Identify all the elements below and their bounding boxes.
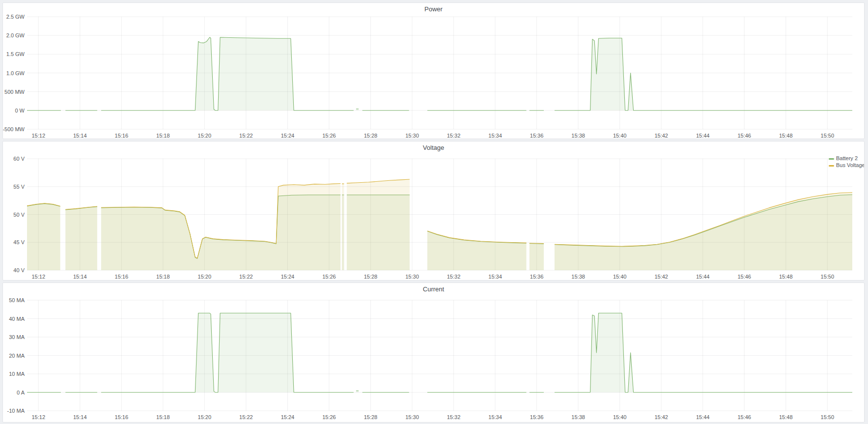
legend-label: Battery 2 (836, 155, 858, 161)
x-tick-label: 15:44 (696, 274, 710, 280)
y-tick-label: 10 MA (9, 371, 25, 377)
y-tick-label: 2.0 GW (6, 32, 25, 38)
x-tick-label: 15:26 (322, 274, 336, 280)
x-tick-label: 15:44 (696, 133, 710, 139)
x-tick-label: 15:20 (198, 414, 212, 420)
series-bus-voltage-area (27, 179, 852, 270)
series-power-line (27, 37, 852, 111)
x-tick-label: 15:28 (364, 414, 378, 420)
x-tick-label: 15:46 (737, 274, 751, 280)
x-tick-label: 15:34 (488, 274, 502, 280)
x-tick-label: 15:46 (737, 133, 751, 139)
x-tick-label: 15:42 (654, 274, 668, 280)
x-tick-label: 15:20 (198, 133, 212, 139)
y-tick-label: 2.5 GW (6, 14, 25, 20)
x-tick-label: 15:16 (115, 274, 129, 280)
x-tick-label: 15:24 (281, 133, 295, 139)
y-tick-label: -10 MA (7, 408, 25, 414)
series-current-line (27, 313, 852, 392)
x-tick-label: 15:22 (239, 274, 253, 280)
x-tick-label: 15:38 (571, 133, 585, 139)
x-tick-label: 15:12 (31, 414, 45, 420)
x-tick-label: 15:26 (322, 414, 336, 420)
y-tick-label: 45 V (13, 239, 25, 245)
x-tick-label: 15:24 (281, 414, 295, 420)
voltage-chart: 60 V55 V50 V45 V40 V15:1215:1415:1615:18… (3, 141, 864, 280)
grafana-dashboard: { "panels": { "power_title": "Power", "v… (0, 0, 868, 424)
legend-swatch (829, 158, 834, 160)
x-tick-label: 15:22 (239, 133, 253, 139)
y-tick-label: 1.0 GW (6, 70, 25, 76)
x-tick-label: 15:14 (73, 414, 87, 420)
x-tick-label: 15:38 (571, 274, 585, 280)
y-tick-label: -500 MW (3, 126, 25, 132)
x-tick-label: 15:48 (779, 414, 793, 420)
x-tick-label: 15:34 (488, 133, 502, 139)
x-tick-label: 15:50 (821, 414, 835, 420)
current-chart: 50 MA40 MA30 MA20 MA10 MA0 A-10 MA15:121… (3, 283, 864, 422)
y-tick-label: 30 MA (9, 334, 25, 340)
legend-item-bus-voltage[interactable]: Bus Voltage (829, 162, 864, 168)
x-tick-label: 15:14 (73, 133, 87, 139)
x-tick-label: 15:30 (405, 414, 419, 420)
legend-label: Bus Voltage (836, 162, 864, 168)
x-tick-label: 15:16 (115, 133, 129, 139)
y-tick-label: 40 V (13, 267, 25, 273)
series-power-area (27, 37, 852, 111)
x-tick-label: 15:22 (239, 414, 253, 420)
y-tick-label: 55 V (13, 184, 25, 190)
y-tick-label: 50 MA (9, 297, 25, 303)
x-tick-label: 15:44 (696, 414, 710, 420)
y-tick-label: 60 V (13, 156, 25, 162)
x-tick-label: 15:28 (364, 274, 378, 280)
x-tick-label: 15:40 (613, 414, 627, 420)
x-tick-label: 15:42 (654, 414, 668, 420)
y-tick-label: 0 W (15, 108, 25, 113)
power-panel: Power 2.5 GW2.0 GW1.5 GW1.0 GW500 MW0 W-… (2, 2, 865, 139)
x-tick-label: 15:40 (613, 133, 627, 139)
x-tick-label: 15:32 (447, 133, 461, 139)
x-tick-label: 15:34 (488, 414, 502, 420)
x-tick-label: 15:16 (115, 414, 129, 420)
x-tick-label: 15:30 (405, 274, 419, 280)
voltage-panel: Voltage 60 V55 V50 V45 V40 V15:1215:1415… (2, 141, 865, 281)
y-tick-label: 40 MA (9, 316, 25, 322)
x-tick-label: 15:28 (364, 133, 378, 139)
x-tick-label: 15:40 (613, 274, 627, 280)
y-tick-label: 0 A (17, 390, 25, 396)
x-tick-label: 15:20 (198, 274, 212, 280)
x-tick-label: 15:48 (779, 274, 793, 280)
y-tick-label: 20 MA (9, 353, 25, 359)
y-tick-label: 500 MW (4, 89, 25, 95)
x-tick-label: 15:26 (322, 133, 336, 139)
x-tick-label: 15:36 (530, 274, 544, 280)
x-tick-label: 15:50 (821, 274, 835, 280)
power-chart: 2.5 GW2.0 GW1.5 GW1.0 GW500 MW0 W-500 MW… (3, 3, 864, 139)
x-tick-label: 15:18 (156, 133, 170, 139)
x-tick-label: 15:24 (281, 274, 295, 280)
y-tick-label: 1.5 GW (6, 51, 25, 57)
series-current-area (27, 313, 852, 392)
x-tick-label: 15:36 (530, 414, 544, 420)
x-tick-label: 15:32 (447, 274, 461, 280)
x-tick-label: 15:50 (821, 133, 835, 139)
y-tick-label: 50 V (13, 212, 25, 218)
x-tick-label: 15:14 (73, 274, 87, 280)
x-tick-label: 15:18 (156, 274, 170, 280)
x-tick-label: 15:42 (654, 133, 668, 139)
x-tick-label: 15:12 (31, 274, 45, 280)
legend-item-battery-2[interactable]: Battery 2 (829, 155, 858, 161)
x-tick-label: 15:46 (737, 414, 751, 420)
x-tick-label: 15:38 (571, 414, 585, 420)
legend-swatch (829, 165, 834, 167)
x-tick-label: 15:36 (530, 133, 544, 139)
x-tick-label: 15:48 (779, 133, 793, 139)
current-panel: Current 50 MA40 MA30 MA20 MA10 MA0 A-10 … (2, 283, 865, 423)
x-tick-label: 15:32 (447, 414, 461, 420)
x-tick-label: 15:12 (31, 133, 45, 139)
x-tick-label: 15:30 (405, 133, 419, 139)
x-tick-label: 15:18 (156, 414, 170, 420)
